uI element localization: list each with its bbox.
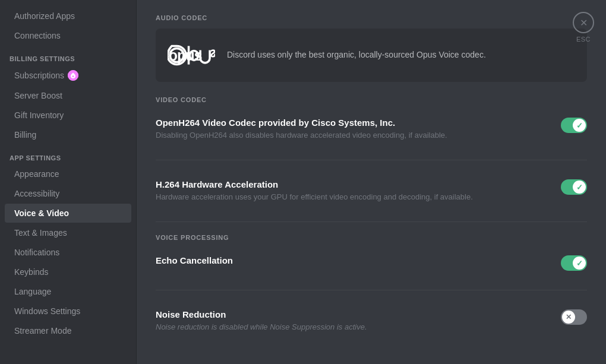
check-icon: ✓	[576, 121, 583, 130]
echo-cancellation-toggle[interactable]: ✓	[561, 255, 587, 271]
openh264-title: OpenH264 Video Codec provided by Cisco S…	[156, 118, 549, 128]
h264-hw-desc: Hardware acceleration uses your GPU for …	[156, 192, 549, 202]
sidebar-item-appearance[interactable]: Appearance	[5, 164, 131, 183]
noise-reduction-title: Noise Reduction	[156, 309, 549, 319]
sidebar-item-language[interactable]: Language	[5, 282, 131, 301]
main-content: ✕ ESC AUDIO CODEC opus	[137, 0, 606, 364]
sidebar-item-connections[interactable]: Connections	[5, 26, 131, 45]
sidebar-item-label: Connections	[14, 31, 61, 40]
sidebar-item-subscriptions[interactable]: Subscriptions	[5, 65, 131, 86]
audio-codec-section-label: AUDIO CODEC	[156, 14, 587, 21]
divider-3	[156, 290, 587, 290]
opus-logo: opus	[168, 40, 215, 70]
openh264-desc: Disabling OpenH264 also disables hardwar…	[156, 130, 549, 141]
audio-codec-card: opus Discord uses only the best organic,…	[156, 29, 587, 82]
sidebar-item-label: Streamer Mode	[14, 326, 71, 335]
divider-1	[156, 160, 587, 160]
audio-codec-desc: Discord uses only the best organic, loca…	[227, 49, 486, 61]
billing-section-label: BILLING SETTINGS	[0, 46, 136, 65]
noise-reduction-toggle-knob: ✕	[562, 311, 575, 324]
sidebar-item-label: Notifications	[14, 248, 59, 257]
sidebar-item-label: Language	[14, 287, 51, 296]
sidebar-item-label: Voice & Video	[14, 208, 69, 218]
openh264-setting-row: OpenH264 Video Codec provided by Cisco S…	[156, 110, 587, 148]
sidebar-item-gift-inventory[interactable]: Gift Inventory	[5, 106, 131, 125]
sidebar-item-label: Windows Settings	[14, 306, 80, 316]
sidebar-item-label: Billing	[14, 130, 36, 140]
echo-cancellation-setting-row: Echo Cancellation ✓	[156, 248, 587, 278]
sidebar-item-label: Appearance	[14, 169, 59, 179]
sidebar-item-notifications[interactable]: Notifications	[5, 243, 131, 262]
x-icon: ✕	[566, 313, 572, 321]
esc-button[interactable]: ✕ ESC	[573, 12, 594, 43]
noise-reduction-setting-row: Noise Reduction Noise reduction is disab…	[156, 302, 587, 340]
sidebar-item-label: Accessibility	[14, 189, 59, 198]
sidebar-item-accessibility[interactable]: Accessibility	[5, 184, 131, 203]
video-codec-section-label: VIDEO CODEC	[156, 96, 587, 103]
esc-circle-icon: ✕	[573, 12, 594, 33]
sidebar-item-streamer-mode[interactable]: Streamer Mode	[5, 321, 131, 340]
sidebar-item-label: Text & Images	[14, 228, 67, 238]
openh264-info: OpenH264 Video Codec provided by Cisco S…	[156, 118, 561, 141]
sidebar-item-text-images[interactable]: Text & Images	[5, 223, 131, 242]
sidebar-item-server-boost[interactable]: Server Boost	[5, 86, 131, 105]
h264-hw-toggle[interactable]: ✓	[561, 179, 587, 195]
sidebar-item-authorized-apps[interactable]: Authorized Apps	[5, 7, 131, 26]
openh264-toggle-knob: ✓	[573, 119, 586, 132]
sidebar-item-label: Authorized Apps	[14, 11, 75, 21]
noise-reduction-toggle[interactable]: ✕	[561, 309, 587, 325]
divider-2	[156, 221, 587, 222]
svg-point-1	[72, 75, 74, 77]
sidebar-item-label: Subscriptions	[14, 71, 64, 80]
h264-hw-title: H.264 Hardware Acceleration	[156, 179, 549, 189]
h264-hw-info: H.264 Hardware Acceleration Hardware acc…	[156, 179, 561, 202]
openh264-toggle[interactable]: ✓	[561, 118, 587, 133]
esc-label: ESC	[576, 36, 591, 43]
h264-hw-toggle-knob: ✓	[573, 181, 586, 194]
sidebar-item-keybinds[interactable]: Keybinds	[5, 262, 131, 281]
sidebar-item-windows-settings[interactable]: Windows Settings	[5, 302, 131, 321]
sidebar-item-billing[interactable]: Billing	[5, 125, 131, 144]
voice-processing-section-label: VOICE PROCESSING	[156, 234, 587, 241]
noise-reduction-info: Noise Reduction Noise reduction is disab…	[156, 309, 561, 333]
sidebar-item-voice-video[interactable]: Voice & Video	[5, 204, 131, 223]
echo-cancellation-toggle-knob: ✓	[573, 257, 586, 270]
noise-reduction-desc: Noise reduction is disabled while Noise …	[156, 322, 549, 333]
sidebar-item-label: Server Boost	[14, 91, 62, 100]
sidebar-item-label: Gift Inventory	[14, 110, 64, 120]
check-icon: ✓	[576, 183, 583, 192]
echo-cancellation-title: Echo Cancellation	[156, 255, 549, 265]
subscriptions-badge	[68, 70, 78, 81]
sidebar: Authorized Apps Connections BILLING SETT…	[0, 0, 137, 364]
svg-text:opus: opus	[169, 47, 202, 64]
sidebar-item-label: Keybinds	[14, 267, 49, 277]
check-icon: ✓	[576, 259, 583, 268]
app-section-label: APP SETTINGS	[0, 145, 136, 164]
echo-cancellation-info: Echo Cancellation	[156, 255, 561, 268]
h264-hw-setting-row: H.264 Hardware Acceleration Hardware acc…	[156, 172, 587, 210]
